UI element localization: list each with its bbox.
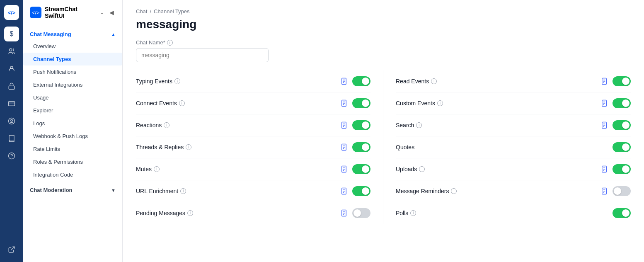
settings-left-col: Typing Eventsi Connect Eventsi Reactions… bbox=[136, 70, 383, 224]
toggle-switch[interactable] bbox=[352, 98, 370, 108]
setting-info-icon[interactable]: i bbox=[164, 122, 169, 128]
setting-row: Custom Eventsi bbox=[396, 92, 631, 114]
toggle-switch[interactable] bbox=[613, 98, 631, 108]
toggle-switch[interactable] bbox=[613, 186, 631, 196]
dollar-icon[interactable]: $ bbox=[4, 27, 19, 41]
svg-rect-2 bbox=[9, 86, 15, 89]
doc-link-icon[interactable] bbox=[599, 187, 609, 195]
svg-point-0 bbox=[10, 49, 12, 51]
sidebar-chevron-icon: ⌄ bbox=[100, 10, 104, 15]
setting-label: Typing Eventsi bbox=[136, 78, 335, 85]
setting-actions bbox=[339, 186, 370, 196]
setting-label: Read Eventsi bbox=[396, 78, 595, 85]
setting-actions bbox=[613, 142, 631, 152]
setting-info-icon[interactable]: i bbox=[179, 100, 185, 106]
question-icon[interactable] bbox=[4, 148, 19, 163]
chat-name-input[interactable] bbox=[136, 48, 269, 62]
sidebar-item-roles-&-permissions[interactable]: Roles & Permissions bbox=[23, 155, 122, 168]
breadcrumb: Chat / Channel Types bbox=[136, 8, 631, 15]
setting-info-icon[interactable]: i bbox=[431, 78, 437, 84]
doc-link-icon[interactable] bbox=[599, 99, 609, 107]
sidebar-collapse-button[interactable]: ◀ bbox=[107, 8, 116, 17]
doc-link-icon[interactable] bbox=[339, 209, 349, 217]
toggle-switch[interactable] bbox=[352, 142, 370, 152]
doc-link-icon[interactable] bbox=[339, 99, 349, 107]
setting-info-icon[interactable]: i bbox=[186, 144, 191, 150]
setting-label: Pollsi bbox=[396, 210, 608, 216]
toggle-switch[interactable] bbox=[613, 120, 631, 130]
toggle-switch[interactable] bbox=[613, 142, 631, 152]
setting-actions bbox=[339, 120, 370, 130]
toggle-switch[interactable] bbox=[613, 164, 631, 174]
chat-name-info-icon[interactable]: i bbox=[167, 40, 173, 46]
setting-actions bbox=[599, 76, 631, 86]
setting-label: Message Remindersi bbox=[396, 188, 595, 194]
setting-actions bbox=[339, 142, 370, 152]
setting-actions bbox=[339, 98, 370, 108]
sidebar-item-overview[interactable]: Overview bbox=[23, 40, 122, 53]
toggle-switch[interactable] bbox=[352, 164, 370, 174]
breadcrumb-parent[interactable]: Chat bbox=[136, 8, 147, 15]
users-icon[interactable] bbox=[4, 44, 19, 59]
breadcrumb-separator: / bbox=[150, 8, 151, 15]
setting-info-icon[interactable]: i bbox=[154, 166, 160, 172]
setting-info-icon[interactable]: i bbox=[451, 188, 457, 194]
sidebar-item-channel-types[interactable]: Channel Types bbox=[23, 53, 122, 66]
sidebar-section2-arrow-icon: ▼ bbox=[111, 188, 116, 193]
toggle-switch[interactable] bbox=[352, 76, 370, 86]
sidebar-section-chat-moderation[interactable]: Chat Moderation ▼ bbox=[23, 181, 122, 196]
sidebar-item-integration-code[interactable]: Integration Code bbox=[23, 168, 122, 181]
doc-link-icon[interactable] bbox=[599, 121, 609, 129]
sidebar-item-explorer[interactable]: Explorer bbox=[23, 104, 122, 117]
setting-label: Threads & Repliesi bbox=[136, 144, 335, 150]
doc-link-icon[interactable] bbox=[339, 187, 349, 195]
app-logo[interactable]: </> bbox=[4, 5, 19, 20]
setting-actions bbox=[339, 208, 370, 218]
doc-link-icon[interactable] bbox=[599, 165, 609, 173]
user-account-icon[interactable] bbox=[4, 114, 19, 129]
sidebar: </> StreamChat SwiftUI ⌄ ◀ Chat Messagin… bbox=[23, 0, 123, 262]
setting-row: Connect Eventsi bbox=[136, 92, 370, 114]
setting-info-icon[interactable]: i bbox=[416, 122, 422, 128]
setting-info-icon[interactable]: i bbox=[180, 188, 186, 194]
toggle-switch[interactable] bbox=[613, 208, 631, 218]
sidebar-section-label: Chat Messaging bbox=[30, 31, 71, 37]
sidebar-item-external-integrations[interactable]: External Integrations bbox=[23, 78, 122, 91]
sidebar-item-push-notifications[interactable]: Push Notifications bbox=[23, 66, 122, 78]
doc-link-icon[interactable] bbox=[599, 77, 609, 85]
setting-info-icon[interactable]: i bbox=[187, 210, 193, 216]
setting-actions bbox=[339, 76, 370, 86]
setting-info-icon[interactable]: i bbox=[437, 100, 443, 106]
toggle-switch[interactable] bbox=[352, 120, 370, 130]
doc-link-icon[interactable] bbox=[339, 121, 349, 129]
doc-link-icon[interactable] bbox=[339, 165, 349, 173]
setting-label: Reactionsi bbox=[136, 122, 335, 129]
toggle-switch[interactable] bbox=[352, 186, 370, 196]
sidebar-app-header[interactable]: </> StreamChat SwiftUI ⌄ ◀ bbox=[23, 0, 122, 25]
lock-icon[interactable] bbox=[4, 79, 19, 94]
book-icon[interactable] bbox=[4, 131, 19, 146]
sidebar-item-rate-limits[interactable]: Rate Limits bbox=[23, 143, 122, 155]
sidebar-section-arrow-icon: ▲ bbox=[111, 32, 116, 37]
export-icon[interactable] bbox=[4, 242, 19, 257]
setting-actions bbox=[599, 98, 631, 108]
setting-info-icon[interactable]: i bbox=[410, 210, 416, 216]
setting-actions bbox=[613, 208, 631, 218]
card-icon[interactable] bbox=[4, 96, 19, 111]
setting-row: Read Eventsi bbox=[396, 70, 631, 92]
sidebar-app-icon: </> bbox=[30, 7, 41, 18]
person-icon[interactable] bbox=[4, 61, 19, 76]
setting-actions bbox=[599, 164, 631, 174]
doc-link-icon[interactable] bbox=[339, 77, 349, 85]
sidebar-item-usage[interactable]: Usage bbox=[23, 91, 122, 104]
sidebar-item-logs[interactable]: Logs bbox=[23, 117, 122, 130]
toggle-switch[interactable] bbox=[613, 76, 631, 86]
settings-grid: Typing Eventsi Connect Eventsi Reactions… bbox=[136, 70, 631, 224]
setting-row: Uploadsi bbox=[396, 158, 631, 180]
setting-info-icon[interactable]: i bbox=[174, 78, 180, 84]
sidebar-section-chat-messaging[interactable]: Chat Messaging ▲ bbox=[23, 25, 122, 40]
doc-link-icon[interactable] bbox=[339, 143, 349, 151]
toggle-switch[interactable] bbox=[352, 208, 370, 218]
sidebar-item-webhook-&-push-logs[interactable]: Webhook & Push Logs bbox=[23, 130, 122, 143]
setting-info-icon[interactable]: i bbox=[419, 166, 425, 172]
